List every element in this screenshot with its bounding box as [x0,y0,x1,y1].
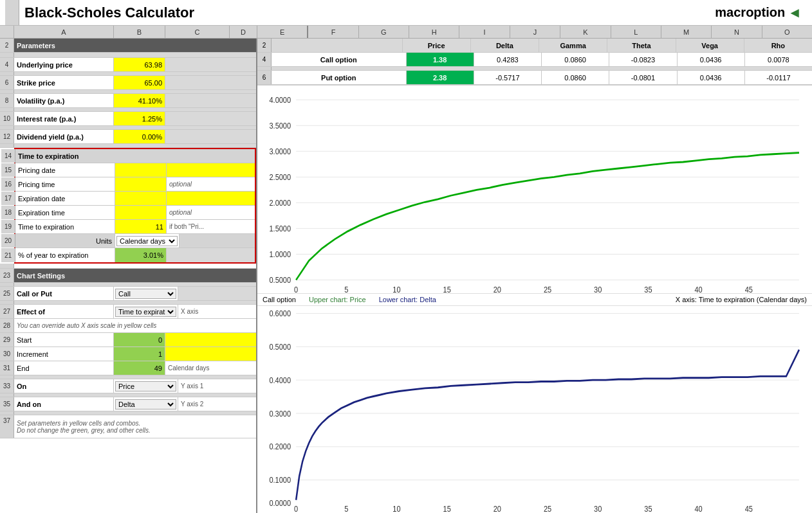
start-value[interactable]: 0 [114,333,165,346]
svg-text:1.5000: 1.5000 [269,224,291,233]
on-yaxis-note: Y axis 1 [178,379,256,393]
expiration-date-value[interactable] [115,192,167,205]
svg-text:5: 5 [344,504,348,513]
svg-text:0.2000: 0.2000 [269,442,291,451]
svg-text:10: 10 [392,504,401,513]
svg-text:0: 0 [294,504,298,513]
on-dropdown[interactable]: Price [114,379,178,393]
call-gamma: 0.0860 [542,53,609,66]
call-delta: 0.4283 [474,53,542,66]
row-num-17: 17 [1,192,15,205]
row-num-15: 15 [1,163,15,177]
call-put-select[interactable]: Call Put [115,289,176,299]
call-or-put-label: Call or Put [14,287,114,300]
effect-of-dropdown[interactable]: Time to expiration [114,305,178,318]
expiration-time-optional: optional [167,206,255,219]
pricing-time-optional: optional [167,177,255,191]
expiration-time-label: Expiration time [15,206,115,219]
interest-rate-value[interactable]: 1.25% [114,112,165,125]
vega-header: Vega [676,39,744,52]
units-select[interactable]: Calendar days [116,236,178,246]
pct-year-label: % of year to expiration [15,248,115,262]
svg-text:0.1000: 0.1000 [269,475,291,485]
end-value[interactable]: 49 [114,361,165,375]
row-num-37: 37 [0,415,14,438]
end-note: Calendar days [165,361,256,375]
svg-text:3.0000: 3.0000 [269,147,291,156]
strike-price-value[interactable]: 65.00 [114,76,165,89]
call-price: 1.38 [407,53,474,66]
svg-text:1.0000: 1.0000 [269,249,291,258]
note2: Do not change the green, grey, and other… [17,427,254,434]
expiration-date-label: Expiration date [15,192,115,205]
row-num-30: 30 [0,347,14,361]
put-gamma: 0.0860 [542,71,609,84]
rho-header: Rho [744,39,812,52]
call-chart-label: Call option [263,296,296,303]
pricing-date-extra[interactable] [167,163,255,177]
put-price: 2.38 [407,71,474,84]
units-dropdown[interactable]: Calendar days [115,234,180,248]
effect-select[interactable]: Time to expiration [115,307,176,317]
row-num-31: 31 [0,361,14,375]
underlying-price-label: Underlying price [14,58,114,71]
svg-text:45: 45 [745,504,753,513]
on-select[interactable]: Price [115,381,176,392]
svg-text:0.0000: 0.0000 [269,498,291,508]
svg-text:3.5000: 3.5000 [269,121,291,130]
and-on-select[interactable]: Delta [115,399,176,410]
end-label: End [14,361,114,375]
row-num-19: 19 [1,220,15,233]
svg-text:20: 20 [494,504,502,513]
expiration-date-extra[interactable] [167,192,255,205]
svg-text:40: 40 [694,504,703,513]
svg-text:25: 25 [544,504,552,513]
increment-value[interactable]: 1 [114,347,165,361]
dividend-yield-value[interactable]: 0.00% [114,130,165,143]
and-on-label: And on [14,397,114,411]
pricing-time-value[interactable] [115,177,167,191]
app-title: Black-Scholes Calculator [19,4,194,21]
logo-icon: ◄ [788,4,802,21]
svg-text:0.4000: 0.4000 [269,375,291,385]
expiration-time-value[interactable] [115,206,167,219]
put-vega: 0.0436 [678,71,745,84]
units-label: Units [15,234,115,248]
pricing-date-value[interactable] [115,163,167,177]
volatility-value[interactable]: 41.10% [114,94,165,107]
call-or-put-dropdown[interactable]: Call Put [114,287,178,300]
svg-rect-0 [257,86,812,293]
price-header: Price [403,39,471,52]
row-num-35: 35 [0,397,14,411]
svg-text:35: 35 [644,504,652,513]
note1: Set parameters in yellow cells and combo… [17,420,254,427]
put-delta: -0.5717 [474,71,542,84]
svg-text:0.3000: 0.3000 [269,408,291,418]
row-num-10: 10 [0,112,14,125]
x-axis-label: X axis: Time to expiration (Calendar day… [676,296,807,303]
delta-header: Delta [471,39,539,52]
put-theta: -0.0801 [609,71,677,84]
tte-value[interactable]: 11 [115,220,167,233]
row-num-4: 4 [0,58,14,71]
gamma-header: Gamma [539,39,607,52]
tte-label: Time to expiration [15,220,115,233]
svg-text:45: 45 [745,285,753,293]
pricing-time-label: Pricing time [15,177,115,191]
row-num-27: 27 [0,305,14,318]
lower-chart: 0.6000 0.5000 0.4000 0.3000 0.2000 0.100… [257,306,812,514]
row-num-2: 2 [0,39,14,52]
call-theta: -0.0823 [609,53,677,66]
svg-text:40: 40 [694,285,703,293]
row-num-20: 20 [1,234,15,248]
increment-label: Increment [14,347,114,361]
put-rho: -0.0117 [745,71,812,84]
upper-chart-label: Upper chart: Price [309,296,366,303]
pricing-date-label: Pricing date [15,163,115,177]
and-on-yaxis-note: Y axis 2 [178,397,256,411]
interest-rate-label: Interest rate (p.a.) [14,112,114,125]
pct-year-value: 3.01% [115,248,167,262]
row-num-33: 33 [0,379,14,393]
underlying-price-value[interactable]: 63.98 [114,58,165,71]
and-on-dropdown[interactable]: Delta [114,397,178,411]
